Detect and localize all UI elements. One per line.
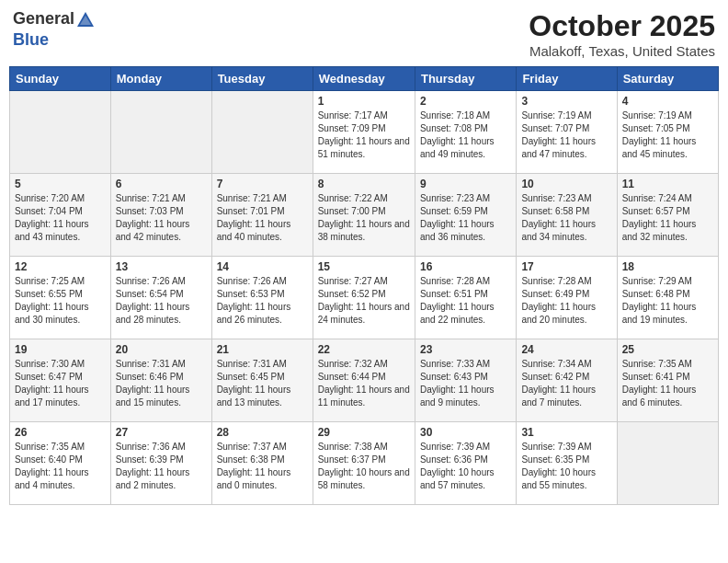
- calendar-cell: 24Sunrise: 7:34 AMSunset: 6:42 PMDayligh…: [517, 339, 617, 422]
- day-info: Sunrise: 7:27 AMSunset: 6:52 PMDaylight:…: [318, 275, 410, 327]
- weekday-header-sunday: Sunday: [10, 67, 111, 91]
- day-info: Sunrise: 7:26 AMSunset: 6:53 PMDaylight:…: [217, 275, 308, 327]
- calendar-cell: 29Sunrise: 7:38 AMSunset: 6:37 PMDayligh…: [313, 422, 415, 505]
- calendar-cell: 25Sunrise: 7:35 AMSunset: 6:41 PMDayligh…: [617, 339, 718, 422]
- day-number: 10: [521, 178, 611, 190]
- calendar-cell: 12Sunrise: 7:25 AMSunset: 6:55 PMDayligh…: [10, 257, 111, 339]
- week-row-5: 26Sunrise: 7:35 AMSunset: 6:40 PMDayligh…: [10, 422, 719, 505]
- calendar-cell: 31Sunrise: 7:39 AMSunset: 6:35 PMDayligh…: [517, 422, 617, 505]
- day-info: Sunrise: 7:31 AMSunset: 6:45 PMDaylight:…: [217, 358, 308, 409]
- day-number: 12: [15, 260, 106, 273]
- calendar-cell: 23Sunrise: 7:33 AMSunset: 6:43 PMDayligh…: [415, 339, 516, 422]
- day-number: 6: [116, 178, 207, 190]
- title-block: October 2025 Malakoff, Texas, United Sta…: [529, 9, 715, 59]
- day-number: 18: [622, 260, 713, 273]
- day-number: 2: [420, 95, 511, 108]
- day-number: 15: [318, 260, 410, 273]
- logo-general: General: [13, 9, 74, 28]
- day-number: 25: [622, 343, 713, 356]
- day-info: Sunrise: 7:39 AMSunset: 6:35 PMDaylight:…: [521, 441, 611, 492]
- calendar-cell: 7Sunrise: 7:21 AMSunset: 7:01 PMDaylight…: [211, 174, 313, 257]
- day-info: Sunrise: 7:34 AMSunset: 6:42 PMDaylight:…: [521, 358, 611, 409]
- calendar-cell: 1Sunrise: 7:17 AMSunset: 7:09 PMDaylight…: [313, 91, 415, 174]
- calendar-cell: 8Sunrise: 7:22 AMSunset: 7:00 PMDaylight…: [313, 174, 415, 257]
- calendar-cell: 19Sunrise: 7:30 AMSunset: 6:47 PMDayligh…: [10, 339, 111, 422]
- calendar-title: October 2025: [529, 9, 715, 43]
- weekday-header-row: SundayMondayTuesdayWednesdayThursdayFrid…: [10, 67, 719, 91]
- day-info: Sunrise: 7:35 AMSunset: 6:40 PMDaylight:…: [15, 441, 106, 492]
- day-info: Sunrise: 7:29 AMSunset: 6:48 PMDaylight:…: [622, 275, 713, 327]
- calendar-cell: 9Sunrise: 7:23 AMSunset: 6:59 PMDaylight…: [415, 174, 516, 257]
- calendar-cell: [110, 91, 211, 174]
- day-number: 11: [622, 178, 713, 190]
- weekday-header-tuesday: Tuesday: [211, 67, 313, 91]
- calendar-cell: 18Sunrise: 7:29 AMSunset: 6:48 PMDayligh…: [617, 257, 718, 339]
- day-number: 8: [318, 178, 410, 190]
- day-number: 7: [217, 178, 308, 190]
- calendar-cell: 10Sunrise: 7:23 AMSunset: 6:58 PMDayligh…: [517, 174, 617, 257]
- day-info: Sunrise: 7:18 AMSunset: 7:08 PMDaylight:…: [420, 109, 511, 161]
- logo: General Blue: [13, 9, 97, 50]
- weekday-header-monday: Monday: [110, 67, 211, 91]
- day-number: 29: [318, 426, 410, 439]
- calendar-cell: 4Sunrise: 7:19 AMSunset: 7:05 PMDaylight…: [617, 91, 718, 174]
- day-number: 28: [217, 426, 308, 439]
- week-row-3: 12Sunrise: 7:25 AMSunset: 6:55 PMDayligh…: [10, 257, 719, 339]
- day-number: 26: [15, 426, 106, 439]
- calendar-cell: 11Sunrise: 7:24 AMSunset: 6:57 PMDayligh…: [617, 174, 718, 257]
- calendar-cell: 5Sunrise: 7:20 AMSunset: 7:04 PMDaylight…: [10, 174, 111, 257]
- calendar-cell: 21Sunrise: 7:31 AMSunset: 6:45 PMDayligh…: [211, 339, 313, 422]
- day-info: Sunrise: 7:39 AMSunset: 6:36 PMDaylight:…: [420, 441, 511, 492]
- calendar-cell: 22Sunrise: 7:32 AMSunset: 6:44 PMDayligh…: [313, 339, 415, 422]
- calendar-cell: 16Sunrise: 7:28 AMSunset: 6:51 PMDayligh…: [415, 257, 516, 339]
- week-row-4: 19Sunrise: 7:30 AMSunset: 6:47 PMDayligh…: [10, 339, 719, 422]
- calendar-cell: [10, 91, 111, 174]
- day-number: 14: [217, 260, 308, 273]
- calendar-cell: 2Sunrise: 7:18 AMSunset: 7:08 PMDaylight…: [415, 91, 516, 174]
- day-info: Sunrise: 7:31 AMSunset: 6:46 PMDaylight:…: [116, 358, 207, 409]
- day-number: 20: [116, 343, 207, 356]
- weekday-header-thursday: Thursday: [415, 67, 516, 91]
- calendar-cell: 14Sunrise: 7:26 AMSunset: 6:53 PMDayligh…: [211, 257, 313, 339]
- day-info: Sunrise: 7:23 AMSunset: 6:59 PMDaylight:…: [420, 192, 511, 244]
- day-info: Sunrise: 7:28 AMSunset: 6:49 PMDaylight:…: [521, 275, 611, 327]
- day-info: Sunrise: 7:24 AMSunset: 6:57 PMDaylight:…: [622, 192, 713, 244]
- weekday-header-saturday: Saturday: [617, 67, 718, 91]
- calendar-cell: 3Sunrise: 7:19 AMSunset: 7:07 PMDaylight…: [517, 91, 617, 174]
- day-number: 24: [521, 343, 611, 356]
- day-info: Sunrise: 7:25 AMSunset: 6:55 PMDaylight:…: [15, 275, 106, 327]
- logo-blue: Blue: [13, 30, 49, 49]
- day-number: 21: [217, 343, 308, 356]
- day-number: 23: [420, 343, 511, 356]
- day-info: Sunrise: 7:26 AMSunset: 6:54 PMDaylight:…: [116, 275, 207, 327]
- day-number: 13: [116, 260, 207, 273]
- day-info: Sunrise: 7:22 AMSunset: 7:00 PMDaylight:…: [318, 192, 410, 244]
- calendar-cell: 13Sunrise: 7:26 AMSunset: 6:54 PMDayligh…: [110, 257, 211, 339]
- weekday-header-friday: Friday: [517, 67, 617, 91]
- day-info: Sunrise: 7:30 AMSunset: 6:47 PMDaylight:…: [15, 358, 106, 409]
- calendar-cell: [211, 91, 313, 174]
- calendar-cell: 30Sunrise: 7:39 AMSunset: 6:36 PMDayligh…: [415, 422, 516, 505]
- day-number: 16: [420, 260, 511, 273]
- logo-text: General Blue: [13, 9, 97, 50]
- day-number: 1: [318, 95, 410, 108]
- day-number: 22: [318, 343, 410, 356]
- day-number: 3: [521, 95, 611, 108]
- day-number: 5: [15, 178, 106, 190]
- day-number: 19: [15, 343, 106, 356]
- calendar-cell: 27Sunrise: 7:36 AMSunset: 6:39 PMDayligh…: [110, 422, 211, 505]
- day-info: Sunrise: 7:19 AMSunset: 7:07 PMDaylight:…: [521, 109, 611, 161]
- calendar-cell: 28Sunrise: 7:37 AMSunset: 6:38 PMDayligh…: [211, 422, 313, 505]
- day-number: 9: [420, 178, 511, 190]
- page-header: General Blue October 2025 Malakoff, Texa…: [9, 9, 719, 59]
- day-info: Sunrise: 7:32 AMSunset: 6:44 PMDaylight:…: [318, 358, 410, 409]
- day-info: Sunrise: 7:28 AMSunset: 6:51 PMDaylight:…: [420, 275, 511, 327]
- day-info: Sunrise: 7:17 AMSunset: 7:09 PMDaylight:…: [318, 109, 410, 161]
- calendar-subtitle: Malakoff, Texas, United States: [529, 43, 715, 59]
- day-number: 27: [116, 426, 207, 439]
- calendar-table: SundayMondayTuesdayWednesdayThursdayFrid…: [9, 66, 719, 505]
- day-info: Sunrise: 7:36 AMSunset: 6:39 PMDaylight:…: [116, 441, 207, 492]
- calendar-cell: 26Sunrise: 7:35 AMSunset: 6:40 PMDayligh…: [10, 422, 111, 505]
- calendar-cell: [617, 422, 718, 505]
- week-row-1: 1Sunrise: 7:17 AMSunset: 7:09 PMDaylight…: [10, 91, 719, 174]
